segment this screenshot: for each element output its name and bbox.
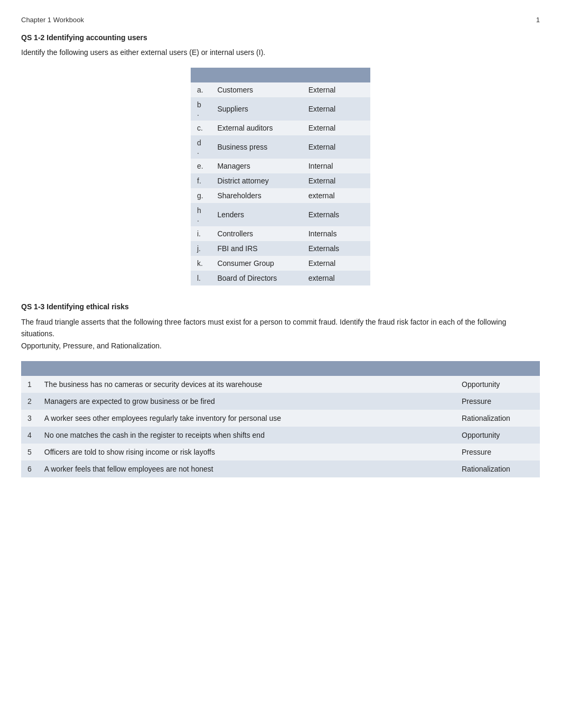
row-label: a. bbox=[191, 82, 211, 97]
fraud-row-num: 6 bbox=[21, 460, 38, 477]
users-header-col3 bbox=[302, 68, 370, 82]
fraud-row-situation: The business has no cameras or security … bbox=[38, 376, 455, 393]
fraud-row-situation: No one matches the cash in the register … bbox=[38, 427, 455, 444]
table-row: 4No one matches the cash in the register… bbox=[21, 427, 540, 444]
row-label: j. bbox=[191, 241, 211, 256]
fraud-table-body: 1The business has no cameras or security… bbox=[21, 376, 540, 477]
row-label: c. bbox=[191, 121, 211, 135]
row-user: FBI and IRS bbox=[211, 241, 302, 256]
row-type: External bbox=[302, 256, 370, 271]
page-header: Chapter 1 Workbook 1 bbox=[21, 16, 540, 24]
row-user: District attorney bbox=[211, 173, 302, 188]
fraud-row-situation: A worker sees other employees regularly … bbox=[38, 410, 455, 427]
table-row: d.Business pressExternal bbox=[191, 135, 370, 159]
table-row: 6A worker feels that fellow employees ar… bbox=[21, 460, 540, 477]
fraud-row-factor: Pressure bbox=[455, 393, 540, 410]
page-number: 1 bbox=[536, 16, 540, 24]
row-type: External bbox=[302, 135, 370, 159]
row-label: d. bbox=[191, 135, 211, 159]
section1-title: QS 1-2 Identifying accounting users bbox=[21, 33, 540, 42]
fraud-row-factor: Pressure bbox=[455, 444, 540, 460]
row-type: external bbox=[302, 271, 370, 285]
table-row: f.District attorneyExternal bbox=[191, 173, 370, 188]
row-user: Suppliers bbox=[211, 97, 302, 121]
row-user: Managers bbox=[211, 159, 302, 173]
row-label: i. bbox=[191, 226, 211, 241]
row-user: Controllers bbox=[211, 226, 302, 241]
table-row: i.ControllersInternals bbox=[191, 226, 370, 241]
table-row: 3A worker sees other employees regularly… bbox=[21, 410, 540, 427]
table-row: l.Board of Directorsexternal bbox=[191, 271, 370, 285]
row-user: Consumer Group bbox=[211, 256, 302, 271]
fraud-row-num: 5 bbox=[21, 444, 38, 460]
row-type: Externals bbox=[302, 203, 370, 226]
fraud-row-situation: A worker feels that fellow employees are… bbox=[38, 460, 455, 477]
table-row: a.CustomersExternal bbox=[191, 82, 370, 97]
section1-description: Identify the following users as either e… bbox=[21, 47, 540, 58]
row-type: Externals bbox=[302, 241, 370, 256]
row-label: l. bbox=[191, 271, 211, 285]
section2-title: QS 1-3 Identifying ethical risks bbox=[21, 302, 540, 311]
table-row: k.Consumer GroupExternal bbox=[191, 256, 370, 271]
table-row: j.FBI and IRSExternals bbox=[191, 241, 370, 256]
row-user: Shareholders bbox=[211, 188, 302, 203]
fraud-row-factor: Opportunity bbox=[455, 427, 540, 444]
fraud-row-factor: Opportunity bbox=[455, 376, 540, 393]
table-row: 2Managers are expected to grow business … bbox=[21, 393, 540, 410]
row-type: Internal bbox=[302, 159, 370, 173]
users-table: a.CustomersExternalb.SuppliersExternalc.… bbox=[191, 68, 370, 285]
row-label: f. bbox=[191, 173, 211, 188]
users-table-body: a.CustomersExternalb.SuppliersExternalc.… bbox=[191, 82, 370, 285]
fraud-table-header-row bbox=[21, 361, 540, 376]
fraud-row-num: 3 bbox=[21, 410, 38, 427]
row-user: Business press bbox=[211, 135, 302, 159]
row-type: external bbox=[302, 188, 370, 203]
section2-description: The fraud triangle asserts that the foll… bbox=[21, 316, 540, 352]
fraud-row-situation: Officers are told to show rising income … bbox=[38, 444, 455, 460]
row-type: External bbox=[302, 82, 370, 97]
row-type: Internals bbox=[302, 226, 370, 241]
row-label: k. bbox=[191, 256, 211, 271]
row-user: Customers bbox=[211, 82, 302, 97]
fraud-row-factor: Rationalization bbox=[455, 460, 540, 477]
fraud-row-num: 4 bbox=[21, 427, 38, 444]
row-user: Lenders bbox=[211, 203, 302, 226]
fraud-row-factor: Rationalization bbox=[455, 410, 540, 427]
table-row: h.LendersExternals bbox=[191, 203, 370, 226]
row-label: b. bbox=[191, 97, 211, 121]
row-user: Board of Directors bbox=[211, 271, 302, 285]
table-row: c.External auditorsExternal bbox=[191, 121, 370, 135]
table-row: 5Officers are told to show rising income… bbox=[21, 444, 540, 460]
row-label: g. bbox=[191, 188, 211, 203]
fraud-table: 1The business has no cameras or security… bbox=[21, 361, 540, 477]
fraud-row-situation: Managers are expected to grow business o… bbox=[38, 393, 455, 410]
fraud-row-num: 2 bbox=[21, 393, 38, 410]
row-label: e. bbox=[191, 159, 211, 173]
fraud-header-col1 bbox=[21, 361, 38, 376]
row-type: External bbox=[302, 97, 370, 121]
row-type: External bbox=[302, 121, 370, 135]
fraud-header-col2 bbox=[38, 361, 455, 376]
row-user: External auditors bbox=[211, 121, 302, 135]
table-row: b.SuppliersExternal bbox=[191, 97, 370, 121]
fraud-row-num: 1 bbox=[21, 376, 38, 393]
table-row: 1The business has no cameras or security… bbox=[21, 376, 540, 393]
table-row: g.Shareholdersexternal bbox=[191, 188, 370, 203]
fraud-header-col3 bbox=[455, 361, 540, 376]
row-type: External bbox=[302, 173, 370, 188]
users-header-col2 bbox=[211, 68, 302, 82]
fraud-table-wrapper: 1The business has no cameras or security… bbox=[21, 361, 540, 477]
users-table-header-row bbox=[191, 68, 370, 82]
table-row: e.ManagersInternal bbox=[191, 159, 370, 173]
users-header-col1 bbox=[191, 68, 211, 82]
users-table-wrapper: a.CustomersExternalb.SuppliersExternalc.… bbox=[21, 68, 540, 285]
row-label: h. bbox=[191, 203, 211, 226]
chapter-title: Chapter 1 Workbook bbox=[21, 16, 84, 24]
